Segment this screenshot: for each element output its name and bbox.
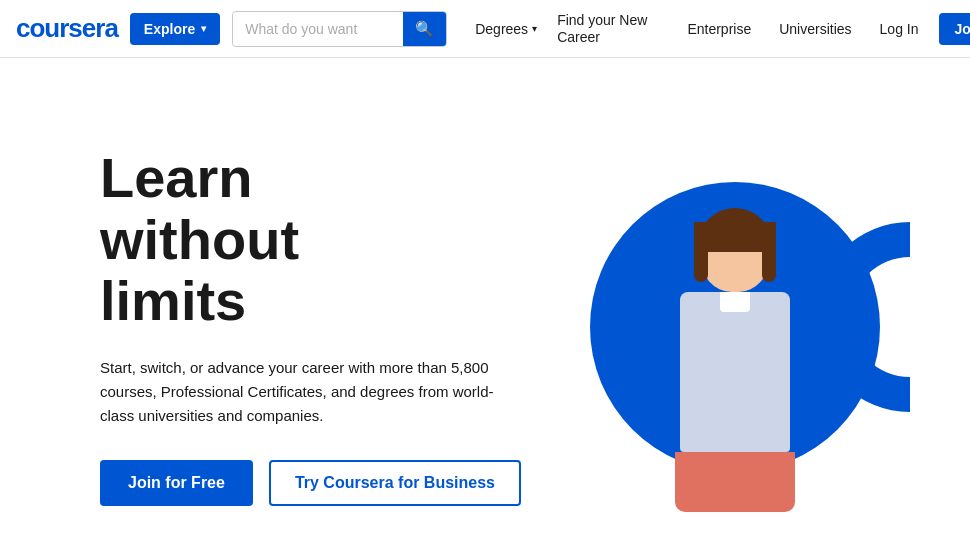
degrees-chevron-icon: ▾ bbox=[532, 23, 537, 34]
navbar: coursera Explore ▾ 🔍 Degrees ▾ Find your… bbox=[0, 0, 970, 58]
person-hair bbox=[698, 208, 772, 252]
find-career-link[interactable]: Find your New Career bbox=[549, 8, 655, 50]
explore-label: Explore bbox=[144, 21, 195, 37]
hero-subtitle: Start, switch, or advance your career wi… bbox=[100, 356, 500, 428]
person-skirt bbox=[675, 452, 795, 512]
join-free-nav-button[interactable]: Join for Free bbox=[939, 13, 971, 45]
person-torso bbox=[680, 292, 790, 452]
explore-button[interactable]: Explore ▾ bbox=[130, 13, 220, 45]
search-button[interactable]: 🔍 bbox=[403, 12, 446, 46]
coursera-logo[interactable]: coursera bbox=[16, 13, 118, 44]
hero-buttons: Join for Free Try Coursera for Business bbox=[100, 460, 540, 506]
hero-title: Learn without limits bbox=[100, 147, 540, 332]
hero-image bbox=[580, 142, 890, 512]
person-head bbox=[700, 212, 770, 292]
explore-chevron-icon: ▾ bbox=[201, 23, 206, 34]
join-free-button[interactable]: Join for Free bbox=[100, 460, 253, 506]
search-input[interactable] bbox=[233, 13, 403, 45]
person-hair-left bbox=[694, 222, 708, 282]
hero-section: Learn without limits Start, switch, or a… bbox=[0, 58, 970, 545]
universities-link[interactable]: Universities bbox=[771, 15, 859, 43]
person-collar bbox=[720, 292, 750, 312]
search-icon: 🔍 bbox=[415, 20, 434, 38]
hero-text: Learn without limits Start, switch, or a… bbox=[100, 147, 540, 506]
try-business-button[interactable]: Try Coursera for Business bbox=[269, 460, 521, 506]
nav-links: Degrees ▾ Find your New Career bbox=[467, 8, 655, 50]
degrees-link[interactable]: Degrees ▾ bbox=[467, 15, 545, 43]
search-bar: 🔍 bbox=[232, 11, 447, 47]
login-button[interactable]: Log In bbox=[872, 15, 927, 43]
enterprise-link[interactable]: Enterprise bbox=[679, 15, 759, 43]
hero-person bbox=[655, 212, 815, 512]
person-hair-right bbox=[762, 222, 776, 282]
